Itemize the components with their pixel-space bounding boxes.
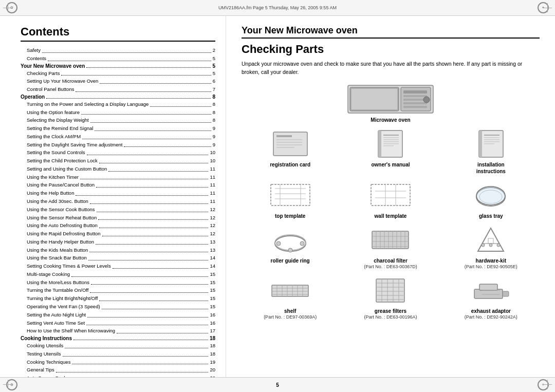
toc-page: 13 [210, 247, 215, 254]
toc-item: Turning on the Power and Selecting a Dis… [21, 101, 215, 108]
toc-dots [96, 187, 208, 188]
toc-label: Checking Parts [27, 70, 60, 77]
toc-page: 11 [210, 190, 215, 197]
toc-dots [76, 195, 208, 196]
toc-item: General Tips20 [21, 366, 215, 374]
part-image-owners-manual [342, 128, 439, 159]
toc-dots [81, 114, 211, 115]
toc-label: Cooking Techniques [27, 359, 70, 366]
toc-item: Setting the Remind End Signal9 [21, 125, 215, 132]
toc-label: Using the Kitchen Timer [27, 174, 79, 181]
toc-label: Setting the Auto Night Light [27, 311, 86, 319]
corner-crosshair-tl [3, 3, 12, 12]
toc-page: 9 [213, 133, 215, 140]
toc-page: 12 [210, 222, 215, 229]
part-label-installation-instructions: installation instructions [476, 161, 506, 175]
toc-label: Setting Cooking Times & Power Levels [27, 263, 111, 270]
toc-dots [86, 325, 208, 325]
toc-label: Multi-stage Cooking [27, 271, 70, 278]
toc-dots [97, 212, 209, 212]
toc-label: Using the Add 30sec. Button [27, 198, 88, 205]
toc-dots [88, 260, 209, 260]
toc-label: Operation [21, 94, 45, 100]
toc-label: Using the Pause/Cancel Button [27, 181, 95, 189]
toc-dots [46, 98, 211, 99]
svg-rect-90 [479, 284, 497, 290]
svg-rect-31 [271, 184, 310, 206]
toc-dots [73, 340, 208, 340]
toc-item: Contents5 [21, 55, 215, 62]
svg-rect-28 [484, 139, 499, 140]
part-image-microwave-oven [242, 84, 540, 115]
toc-page: 11 [210, 198, 215, 205]
toc-label: Setting Vent Auto Time Set [27, 320, 85, 327]
corner-crosshair-br [543, 380, 552, 389]
part-microwave-oven: Microwave oven [242, 84, 540, 123]
toc-dots [76, 91, 211, 92]
svg-rect-17 [378, 130, 381, 157]
toc-page: 7 [213, 86, 215, 93]
toc-label: Using the Handy Helper Button [27, 238, 94, 246]
svg-rect-19 [383, 137, 399, 138]
toc-dots [48, 61, 211, 61]
svg-rect-37 [371, 184, 410, 206]
toc-label: Setting the Child Protection Lock [27, 157, 98, 164]
toc-label: Selecting the Display Weight [27, 117, 89, 124]
toc-label: Turning on the Power and Selecting a Dis… [27, 101, 149, 108]
toc-page: 12 [210, 230, 215, 237]
part-installation-instructions: installation instructions [442, 128, 540, 175]
part-charcoal-filter: charcoal filter(Part No. : DE63-00367D) [342, 225, 439, 270]
toc-page: 10 [210, 157, 215, 164]
toc-item: Cooking Techniques19 [21, 359, 215, 366]
toc-label: Using the Auto Defrosting Button [27, 222, 98, 229]
part-partno-charcoal-filter: (Part No. : DE63-00367D) [364, 264, 417, 270]
toc-dots [91, 284, 208, 285]
toc-dots [63, 356, 209, 357]
svg-rect-5 [403, 95, 427, 97]
part-image-glass-tray [442, 180, 540, 211]
toc-item: Using the Auto Defrosting Button12 [21, 222, 215, 229]
part-glass-tray: glass tray [442, 180, 540, 219]
toc-dots [80, 179, 209, 179]
part-label-hardware-kit: hardware-kit [476, 257, 506, 264]
toc-page: 12 [210, 214, 215, 221]
part-label-glass-tray: glass tray [479, 213, 503, 219]
toc-label: Contents [27, 55, 46, 62]
toc-item: Turning the Turntable On/Off15 [21, 287, 215, 294]
svg-point-44 [476, 186, 505, 205]
toc-item: Safety2 [21, 47, 215, 54]
checking-desc: Unpack your microwave oven and check to … [242, 60, 540, 77]
toc-label: Operating the Vent Fan (3 Speed) [27, 303, 100, 310]
toc-item: Using the Sensor Cook Buttons12 [21, 206, 215, 213]
toc-item: Selecting the Display Weight8 [21, 117, 215, 124]
toc-page: 6 [213, 78, 215, 85]
toc-dots [89, 252, 208, 252]
toc-dots [124, 146, 211, 147]
toc-label: Using the Snack Bar Button [27, 254, 87, 262]
svg-rect-20 [383, 139, 399, 140]
toc-page: 18 [210, 350, 215, 358]
part-image-grease-filters [342, 275, 439, 306]
toc-container: Safety2Contents5Your New Microwave oven5… [21, 47, 215, 377]
svg-point-48 [288, 248, 292, 252]
corner-crosshair-bl [3, 380, 12, 389]
toc-page: 13 [210, 238, 215, 246]
toc-page: 8 [213, 117, 215, 124]
contents-section: Contents Safety2Contents5Your New Microw… [0, 16, 226, 377]
toc-page: 14 [210, 263, 215, 270]
part-image-wall-template [342, 180, 439, 211]
toc-item: Setting and Using the Custom Button11 [21, 165, 215, 173]
toc-page: 10 [210, 149, 215, 156]
toc-dots [98, 219, 208, 220]
toc-dots [86, 67, 211, 68]
toc-label: Setting the Daylight Saving Time adjustm… [27, 141, 122, 148]
part-wall-template: wall template [342, 180, 439, 219]
header-bar: ✿ UMV2186AA.fm Page 5 Thursday, May 26, … [0, 0, 555, 16]
part-roller-guide-ring: roller guide ring [242, 225, 339, 270]
part-image-hardware-kit [442, 225, 540, 255]
toc-dots [108, 171, 208, 172]
toc-page: 12 [210, 206, 215, 213]
svg-rect-18 [383, 135, 399, 136]
svg-rect-8 [403, 106, 427, 108]
toc-item: Using the Snack Bar Button14 [21, 254, 215, 262]
